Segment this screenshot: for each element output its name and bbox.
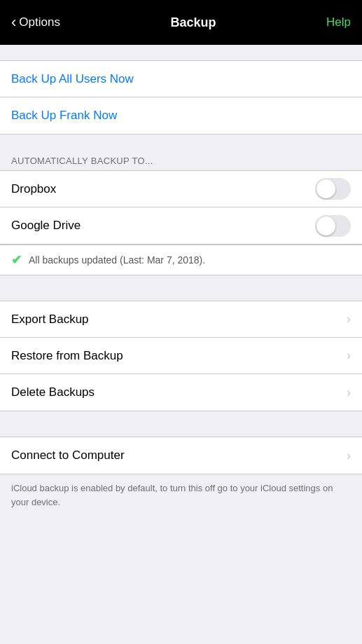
- delete-backups-row[interactable]: Delete Backups ›: [0, 374, 362, 411]
- delete-chevron-icon: ›: [347, 385, 351, 400]
- backup-frank-row[interactable]: Back Up Frank Now: [0, 97, 362, 134]
- help-button[interactable]: Help: [326, 15, 351, 29]
- backup-status-row: ✔ All backups updated (Last: Mar 7, 2018…: [0, 245, 362, 275]
- google-drive-row[interactable]: Google Drive: [0, 207, 362, 244]
- restore-chevron-icon: ›: [347, 348, 351, 363]
- dropbox-label: Dropbox: [11, 182, 315, 196]
- dropbox-row[interactable]: Dropbox: [0, 171, 362, 207]
- dropbox-toggle[interactable]: [315, 178, 351, 200]
- backup-all-users-row[interactable]: Back Up All Users Now: [0, 61, 362, 97]
- backup-all-users-label: Back Up All Users Now: [11, 72, 351, 86]
- back-label: Options: [19, 15, 60, 29]
- quick-actions-group: Back Up All Users Now Back Up Frank Now: [0, 60, 362, 135]
- dropbox-toggle-knob: [316, 179, 335, 198]
- back-chevron-icon: ‹: [11, 13, 16, 32]
- connect-section: Connect to Computer ›: [0, 437, 362, 474]
- auto-backup-list: Dropbox Google Drive: [0, 170, 362, 245]
- spacer-1: [0, 135, 362, 150]
- backup-frank-label: Back Up Frank Now: [11, 109, 351, 123]
- auto-backup-section: AUTOMATICALLY BACKUP TO... Dropbox Googl…: [0, 150, 362, 275]
- connect-chevron-icon: ›: [347, 448, 351, 463]
- footer-note: iCloud backup is enabled by default, to …: [0, 474, 362, 523]
- restore-backup-row[interactable]: Restore from Backup ›: [0, 338, 362, 374]
- back-button[interactable]: ‹ Options: [11, 13, 60, 32]
- backup-status-text: All backups updated (Last: Mar 7, 2018).: [29, 254, 205, 266]
- page-title: Backup: [170, 15, 216, 30]
- navigation-bar: ‹ Options Backup Help: [0, 0, 362, 45]
- auto-backup-header: AUTOMATICALLY BACKUP TO...: [0, 150, 362, 170]
- export-chevron-icon: ›: [347, 312, 351, 327]
- top-spacer: [0, 45, 362, 60]
- actions-section: Export Backup › Restore from Backup › De…: [0, 301, 362, 411]
- delete-backups-label: Delete Backups: [11, 385, 347, 399]
- export-backup-label: Export Backup: [11, 313, 347, 327]
- google-drive-label: Google Drive: [11, 219, 315, 233]
- export-backup-row[interactable]: Export Backup ›: [0, 301, 362, 338]
- spacer-3: [0, 411, 362, 437]
- spacer-2: [0, 275, 362, 301]
- google-drive-toggle[interactable]: [315, 215, 351, 237]
- restore-backup-label: Restore from Backup: [11, 349, 347, 363]
- check-icon: ✔: [11, 252, 22, 268]
- connect-computer-label: Connect to Computer: [11, 448, 347, 463]
- google-drive-toggle-knob: [316, 217, 335, 235]
- connect-computer-row[interactable]: Connect to Computer ›: [0, 437, 362, 474]
